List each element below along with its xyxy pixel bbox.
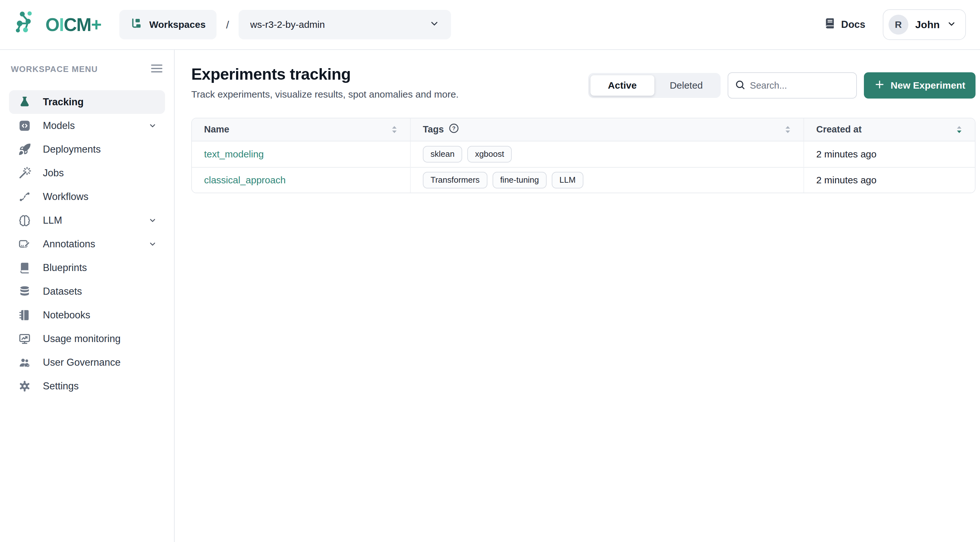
workflow-icon <box>17 190 32 203</box>
created-at-value: 2 minutes ago <box>816 149 877 159</box>
table-header-row: Name Tags ? <box>192 118 975 142</box>
topbar-right-group: Docs R John <box>824 9 966 40</box>
magic-wand-icon <box>17 167 32 180</box>
experiments-table: Name Tags ? <box>191 118 975 193</box>
sort-icon[interactable] <box>784 126 791 134</box>
sidebar-item-label: Usage monitoring <box>43 333 121 344</box>
tag-badge: xgboost <box>467 146 512 163</box>
sidebar-item-label: Annotations <box>43 238 95 250</box>
workspaces-button[interactable]: Workspaces <box>119 10 216 39</box>
sidebar-item-label: Models <box>43 120 75 131</box>
new-experiment-button[interactable]: New Experiment <box>864 72 975 99</box>
table-row[interactable]: text_modeling sklean xgboost 2 minutes a… <box>192 142 975 167</box>
docs-book-icon <box>824 17 836 32</box>
sidebar-item-label: Settings <box>43 380 79 392</box>
gear-icon <box>17 380 32 392</box>
sidebar-item-jobs[interactable]: Jobs <box>9 161 165 185</box>
name-cell: classical_approach <box>192 167 410 193</box>
experiment-link[interactable]: text_modeling <box>204 149 264 159</box>
column-label: Tags <box>423 124 444 135</box>
workspace-selector[interactable]: ws-r3-2-by-admin <box>239 10 451 39</box>
chevron-down-icon <box>148 240 157 248</box>
column-header-tags[interactable]: Tags ? <box>410 118 804 142</box>
column-header-name[interactable]: Name <box>192 118 410 142</box>
sort-icon[interactable] <box>391 126 398 134</box>
sidebar-item-label: Workflows <box>43 191 88 202</box>
brain-icon <box>17 214 32 227</box>
workspaces-icon <box>130 17 143 32</box>
tag-badge: sklean <box>423 146 462 163</box>
main-content: Experiments tracking Track experiments, … <box>175 50 980 542</box>
search-icon <box>735 79 746 91</box>
column-header-created-at[interactable]: Created at <box>804 118 975 142</box>
sidebar-item-label: LLM <box>43 215 62 226</box>
sidebar-item-workflows[interactable]: Workflows <box>9 185 165 209</box>
created-at-cell: 2 minutes ago <box>804 167 975 193</box>
toolbar: Active Deleted New Experiment <box>588 72 975 99</box>
top-navigation-bar: OICM+ Workspaces / ws-r3-2-by-admin <box>0 0 980 50</box>
rocket-icon <box>17 143 32 156</box>
sidebar-item-label: User Governance <box>43 357 121 368</box>
docs-label: Docs <box>841 19 865 30</box>
page-heading-block: Experiments tracking Track experiments, … <box>191 65 459 100</box>
tab-deleted[interactable]: Deleted <box>654 75 718 96</box>
sidebar-item-notebooks[interactable]: Notebooks <box>9 303 165 327</box>
user-menu-button[interactable]: R John <box>883 9 966 40</box>
chevron-down-icon <box>148 216 157 225</box>
page-title: Experiments tracking <box>191 65 459 84</box>
name-cell: text_modeling <box>192 142 410 167</box>
sidebar-item-llm[interactable]: LLM <box>9 209 165 232</box>
sidebar-item-label: Jobs <box>43 167 64 179</box>
flask-icon <box>17 96 32 108</box>
brand-plus: + <box>91 16 102 34</box>
workspace-selector-value: ws-r3-2-by-admin <box>250 19 325 30</box>
docs-link[interactable]: Docs <box>824 17 865 32</box>
brand-wordmark: OICM+ <box>45 16 102 34</box>
search-input[interactable] <box>749 80 850 91</box>
experiment-link[interactable]: classical_approach <box>204 175 286 186</box>
monitor-chart-icon <box>17 332 32 345</box>
tag-badge: Transformers <box>423 172 487 188</box>
app-root: OICM+ Workspaces / ws-r3-2-by-admin <box>0 0 980 542</box>
sidebar-item-label: Tracking <box>43 96 84 108</box>
sidebar-item-label: Blueprints <box>43 262 87 274</box>
tab-active[interactable]: Active <box>590 75 654 96</box>
annotation-pencil-icon <box>17 238 32 250</box>
sidebar-item-usage-monitoring[interactable]: Usage monitoring <box>9 327 165 351</box>
sidebar-item-blueprints[interactable]: Blueprints <box>9 256 165 280</box>
tags-cell: sklean xgboost <box>410 142 804 167</box>
notebook-icon <box>17 309 32 322</box>
brand-letter-o: O <box>45 16 59 34</box>
chevron-down-icon <box>429 19 439 31</box>
plus-icon <box>874 79 885 92</box>
sidebar-item-label: Deployments <box>43 143 101 155</box>
tag-badge: LLM <box>552 172 583 188</box>
svg-text:?: ? <box>452 126 455 131</box>
help-icon[interactable]: ? <box>449 123 459 136</box>
brand-molecule-icon <box>14 9 42 40</box>
sidebar-item-tracking[interactable]: Tracking <box>9 90 165 114</box>
sidebar-item-datasets[interactable]: Datasets <box>9 280 165 303</box>
book-icon <box>17 261 32 274</box>
sidebar-item-models[interactable]: Models <box>9 114 165 137</box>
user-name: John <box>915 19 940 31</box>
collapse-menu-icon[interactable] <box>150 64 163 75</box>
chevron-down-icon <box>148 121 157 130</box>
avatar: R <box>889 15 908 35</box>
page-subtitle: Track experiments, visualize results, sp… <box>191 89 459 100</box>
brand-letter-i: I <box>59 16 64 34</box>
sidebar-item-settings[interactable]: Settings <box>9 375 165 398</box>
brand-letters-cm: CM <box>64 16 91 34</box>
sidebar-item-annotations[interactable]: Annotations <box>9 232 165 256</box>
users-gear-icon <box>17 356 32 369</box>
sidebar-item-user-governance[interactable]: User Governance <box>9 351 165 375</box>
sort-icon-active-desc[interactable] <box>956 126 963 134</box>
brand-logo: OICM+ <box>14 9 102 40</box>
active-deleted-toggle: Active Deleted <box>588 73 721 98</box>
tag-badge: fine-tuning <box>493 172 547 188</box>
workspaces-label: Workspaces <box>150 19 206 30</box>
code-icon <box>17 120 32 132</box>
table-row[interactable]: classical_approach Transformers fine-tun… <box>192 167 975 193</box>
database-icon <box>17 285 32 298</box>
sidebar-item-deployments[interactable]: Deployments <box>9 137 165 161</box>
